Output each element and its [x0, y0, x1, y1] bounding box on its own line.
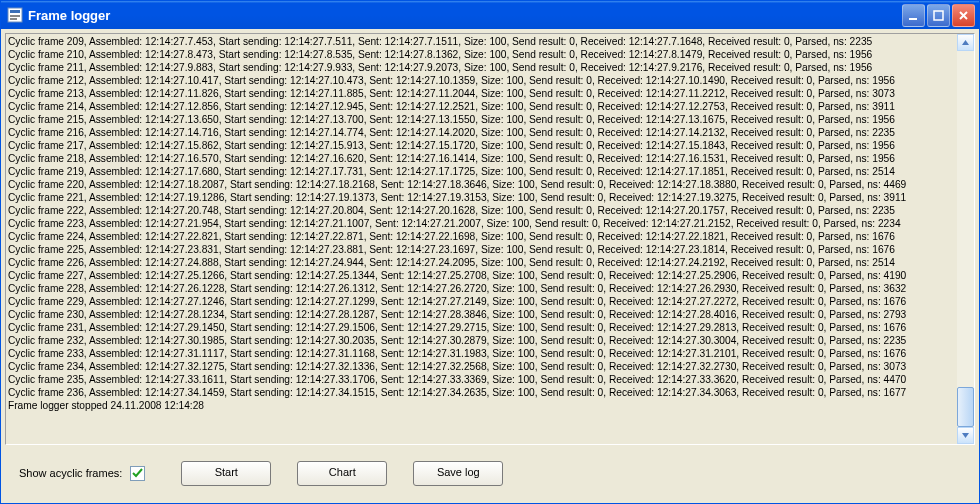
- minimize-button[interactable]: [902, 4, 925, 27]
- close-button[interactable]: [952, 4, 975, 27]
- svg-rect-3: [10, 18, 17, 20]
- svg-rect-4: [909, 18, 917, 20]
- log-line[interactable]: Cyclic frame 210, Assembled: 12:14:27.8.…: [8, 48, 972, 61]
- maximize-button[interactable]: [927, 4, 950, 27]
- log-line[interactable]: Cyclic frame 218, Assembled: 12:14:27.16…: [8, 152, 972, 165]
- log-line[interactable]: Cyclic frame 221, Assembled: 12:14:27.19…: [8, 191, 972, 204]
- log-line[interactable]: Cyclic frame 225, Assembled: 12:14:27.23…: [8, 243, 972, 256]
- vertical-scrollbar[interactable]: [957, 34, 974, 444]
- app-icon: [7, 7, 23, 23]
- scroll-up-arrow-icon[interactable]: [957, 34, 974, 51]
- scroll-thumb[interactable]: [957, 387, 974, 427]
- log-content: Cyclic frame 209, Assembled: 12:14:27.7.…: [6, 34, 974, 444]
- log-line[interactable]: Cyclic frame 226, Assembled: 12:14:27.24…: [8, 256, 972, 269]
- bottom-panel: Show acyclic frames: Start Chart Save lo…: [5, 445, 975, 499]
- log-line[interactable]: Cyclic frame 227, Assembled: 12:14:27.25…: [8, 269, 972, 282]
- log-line[interactable]: Cyclic frame 213, Assembled: 12:14:27.11…: [8, 87, 972, 100]
- log-line[interactable]: Cyclic frame 211, Assembled: 12:14:27.9.…: [8, 61, 972, 74]
- save-log-button[interactable]: Save log: [413, 461, 503, 486]
- titlebar[interactable]: Frame logger: [1, 1, 979, 29]
- svg-marker-8: [962, 40, 969, 45]
- scroll-track[interactable]: [957, 51, 974, 427]
- client-area: Cyclic frame 209, Assembled: 12:14:27.7.…: [1, 29, 979, 503]
- log-listbox[interactable]: Cyclic frame 209, Assembled: 12:14:27.7.…: [5, 33, 975, 445]
- log-line[interactable]: Cyclic frame 217, Assembled: 12:14:27.15…: [8, 139, 972, 152]
- log-line[interactable]: Cyclic frame 231, Assembled: 12:14:27.29…: [8, 321, 972, 334]
- log-line[interactable]: Cyclic frame 216, Assembled: 12:14:27.14…: [8, 126, 972, 139]
- log-line[interactable]: Cyclic frame 209, Assembled: 12:14:27.7.…: [8, 35, 972, 48]
- log-line[interactable]: Cyclic frame 214, Assembled: 12:14:27.12…: [8, 100, 972, 113]
- log-line[interactable]: Cyclic frame 232, Assembled: 12:14:27.30…: [8, 334, 972, 347]
- log-line[interactable]: Frame logger stopped 24.11.2008 12:14:28: [8, 399, 972, 412]
- window-frame: Frame logger Cyclic frame 209, Assembled…: [0, 0, 980, 504]
- scroll-down-arrow-icon[interactable]: [957, 427, 974, 444]
- show-acyclic-checkbox[interactable]: [130, 466, 145, 481]
- log-line[interactable]: Cyclic frame 220, Assembled: 12:14:27.18…: [8, 178, 972, 191]
- log-line[interactable]: Cyclic frame 223, Assembled: 12:14:27.21…: [8, 217, 972, 230]
- log-line[interactable]: Cyclic frame 233, Assembled: 12:14:27.31…: [8, 347, 972, 360]
- log-line[interactable]: Cyclic frame 236, Assembled: 12:14:27.34…: [8, 386, 972, 399]
- log-line[interactable]: Cyclic frame 219, Assembled: 12:14:27.17…: [8, 165, 972, 178]
- window-buttons: [902, 4, 975, 27]
- log-line[interactable]: Cyclic frame 215, Assembled: 12:14:27.13…: [8, 113, 972, 126]
- window-title: Frame logger: [28, 8, 902, 23]
- show-acyclic-label: Show acyclic frames:: [19, 467, 122, 479]
- log-line[interactable]: Cyclic frame 230, Assembled: 12:14:27.28…: [8, 308, 972, 321]
- log-line[interactable]: Cyclic frame 234, Assembled: 12:14:27.32…: [8, 360, 972, 373]
- log-line[interactable]: Cyclic frame 224, Assembled: 12:14:27.22…: [8, 230, 972, 243]
- svg-rect-5: [934, 11, 943, 20]
- svg-rect-1: [10, 10, 20, 13]
- svg-rect-2: [10, 15, 20, 17]
- svg-marker-9: [962, 433, 969, 438]
- log-line[interactable]: Cyclic frame 228, Assembled: 12:14:27.26…: [8, 282, 972, 295]
- log-line[interactable]: Cyclic frame 222, Assembled: 12:14:27.20…: [8, 204, 972, 217]
- log-line[interactable]: Cyclic frame 235, Assembled: 12:14:27.33…: [8, 373, 972, 386]
- log-line[interactable]: Cyclic frame 229, Assembled: 12:14:27.27…: [8, 295, 972, 308]
- start-button[interactable]: Start: [181, 461, 271, 486]
- chart-button[interactable]: Chart: [297, 461, 387, 486]
- log-line[interactable]: Cyclic frame 212, Assembled: 12:14:27.10…: [8, 74, 972, 87]
